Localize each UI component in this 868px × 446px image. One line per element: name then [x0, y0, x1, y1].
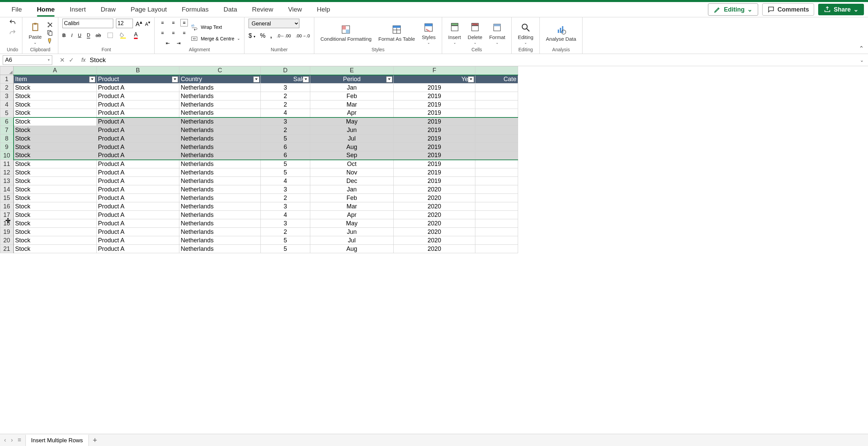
cell[interactable]: Product A: [97, 194, 179, 202]
cell[interactable]: Product A: [97, 134, 179, 143]
cell[interactable]: 2020: [394, 236, 475, 245]
cell[interactable]: 2020: [394, 245, 475, 253]
cell[interactable]: May: [310, 219, 394, 228]
wrap-text-button[interactable]: ab Wrap Text: [191, 23, 222, 31]
cell[interactable]: 2019: [394, 143, 475, 151]
row-header[interactable]: 7: [0, 126, 14, 134]
name-box[interactable]: A6 ▾: [3, 55, 52, 65]
cell[interactable]: Jun: [310, 228, 394, 236]
align-center-icon[interactable]: ≡: [170, 29, 177, 37]
cell[interactable]: 2019: [394, 92, 475, 100]
expand-formula-bar-icon[interactable]: ⌄: [856, 57, 868, 63]
menu-tab-data[interactable]: Data: [216, 3, 244, 16]
cell[interactable]: Stock: [14, 109, 97, 117]
table-header-cell[interactable]: Sales: [261, 75, 310, 83]
align-left-icon[interactable]: ≡: [159, 29, 166, 37]
copy-icon[interactable]: [46, 29, 54, 37]
row-header[interactable]: 2: [0, 83, 14, 92]
menu-tab-insert[interactable]: Insert: [62, 3, 93, 16]
row-header[interactable]: 20: [0, 236, 14, 245]
column-header[interactable]: [475, 67, 518, 75]
enter-formula-icon[interactable]: ✓: [69, 56, 74, 64]
cell[interactable]: 2020: [394, 219, 475, 228]
menu-tab-view[interactable]: View: [281, 3, 310, 16]
cell[interactable]: Product A: [97, 100, 179, 109]
align-middle-icon[interactable]: ≡: [170, 19, 177, 26]
cell[interactable]: Netherlands: [179, 245, 261, 253]
bold-button[interactable]: B: [62, 33, 66, 38]
cell[interactable]: Stock: [14, 245, 97, 253]
cell[interactable]: Product A: [97, 168, 179, 177]
cut-icon[interactable]: [46, 21, 54, 29]
increase-decimal-button[interactable]: .0←.00: [277, 33, 291, 38]
filter-dropdown-icon[interactable]: [468, 76, 474, 82]
cell[interactable]: Stock: [14, 236, 97, 245]
cell[interactable]: Jun: [310, 126, 394, 134]
cell[interactable]: Product A: [97, 236, 179, 245]
cell[interactable]: Stock: [14, 219, 97, 228]
cell[interactable]: Netherlands: [179, 117, 261, 126]
cell[interactable]: Stock: [14, 177, 97, 185]
spreadsheet-grid[interactable]: ABCDEF1ItemProductCountrySalesPeriodYear…: [0, 66, 868, 253]
row-header[interactable]: 12: [0, 168, 14, 177]
cell[interactable]: [475, 245, 518, 253]
cell[interactable]: Product A: [97, 126, 179, 134]
decrease-decimal-button[interactable]: .00→.0: [296, 33, 310, 38]
cell[interactable]: Mar: [310, 202, 394, 211]
column-header[interactable]: F: [394, 67, 475, 75]
cell[interactable]: 2020: [394, 185, 475, 194]
table-header-cell[interactable]: Year: [394, 75, 475, 83]
cell[interactable]: 2019: [394, 126, 475, 134]
table-header-cell[interactable]: Period: [310, 75, 394, 83]
cell[interactable]: 3: [261, 83, 310, 92]
editing-button[interactable]: Editing ⌄: [516, 21, 535, 45]
table-header-cell[interactable]: Cate: [475, 75, 518, 83]
collapse-ribbon-icon[interactable]: ⌃: [859, 45, 864, 52]
format-as-table-button[interactable]: Format As Table: [376, 23, 417, 43]
undo-icon[interactable]: [9, 19, 16, 26]
cell[interactable]: 3: [261, 185, 310, 194]
row-header[interactable]: 14: [0, 185, 14, 194]
cell[interactable]: [475, 160, 518, 168]
cell[interactable]: 2019: [394, 160, 475, 168]
row-header[interactable]: 13: [0, 177, 14, 185]
cell[interactable]: [475, 83, 518, 92]
format-painter-icon[interactable]: [46, 37, 54, 45]
underline-button[interactable]: U: [78, 33, 81, 38]
cell[interactable]: 2019: [394, 117, 475, 126]
row-header[interactable]: 11: [0, 160, 14, 168]
filter-dropdown-icon[interactable]: [253, 76, 259, 82]
cell[interactable]: Stock: [14, 228, 97, 236]
insert-cells-button[interactable]: Insert ⌄: [446, 21, 463, 45]
cell[interactable]: [475, 109, 518, 117]
cell[interactable]: 3: [261, 219, 310, 228]
cell[interactable]: Jul: [310, 236, 394, 245]
column-header[interactable]: E: [310, 67, 394, 75]
row-header[interactable]: 3: [0, 92, 14, 100]
row-header[interactable]: 8: [0, 134, 14, 143]
row-header[interactable]: 6: [0, 117, 14, 126]
sheet-prev-icon[interactable]: ‹: [4, 436, 6, 444]
cell[interactable]: Apr: [310, 211, 394, 219]
cell[interactable]: [475, 143, 518, 151]
column-header[interactable]: A: [14, 67, 97, 75]
cell[interactable]: Stock: [14, 126, 97, 134]
cell[interactable]: 5: [261, 168, 310, 177]
cell[interactable]: 4: [261, 177, 310, 185]
cell[interactable]: Product A: [97, 185, 179, 194]
cell[interactable]: 6: [261, 151, 310, 160]
cell[interactable]: Netherlands: [179, 143, 261, 151]
cell[interactable]: May: [310, 117, 394, 126]
comma-button[interactable]: ,: [270, 32, 272, 39]
cell[interactable]: 2020: [394, 202, 475, 211]
cell[interactable]: 2019: [394, 177, 475, 185]
strikethrough-button[interactable]: ab: [96, 33, 101, 38]
cell[interactable]: Stock: [14, 134, 97, 143]
cell[interactable]: Jan: [310, 83, 394, 92]
conditional-formatting-button[interactable]: Conditional Formatting: [318, 23, 374, 43]
select-all-corner[interactable]: [0, 67, 14, 75]
cell[interactable]: 2019: [394, 83, 475, 92]
borders-button[interactable]: [106, 32, 114, 39]
cell[interactable]: Stock: [14, 202, 97, 211]
cell[interactable]: [475, 194, 518, 202]
